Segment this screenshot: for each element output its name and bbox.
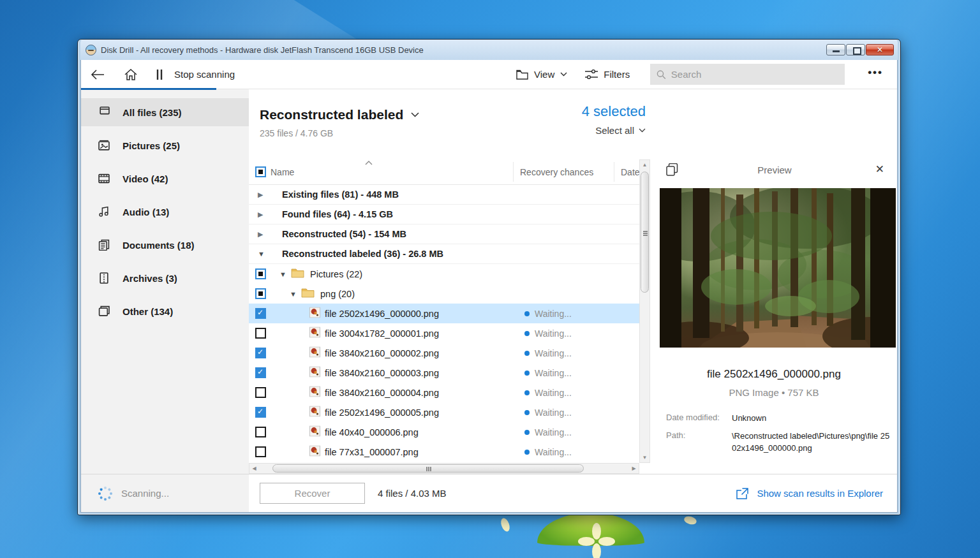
filters-button[interactable]: Filters [576, 60, 639, 89]
more-options-button[interactable]: ••• [863, 66, 897, 83]
wallpaper-flower-petal [592, 523, 601, 540]
collapse-caret-icon[interactable]: ▼ [279, 270, 286, 278]
file-name-label: file 2502x1496_000000.png [325, 309, 439, 319]
minimize-button[interactable] [826, 44, 845, 55]
folder-icon [301, 288, 315, 298]
group-row[interactable]: ▶Existing files (81) - 448 MB [249, 185, 639, 205]
scroll-up-arrow[interactable]: ▲ [640, 160, 650, 170]
collapse-caret-icon[interactable]: ▼ [258, 250, 265, 258]
column-header-name[interactable]: Name [271, 167, 294, 177]
waiting-label: Waiting... [535, 427, 572, 437]
file-icon-wrap [309, 386, 320, 399]
vertical-scrollbar-thumb[interactable] [641, 172, 649, 293]
sidebar-item-all[interactable]: All files (235) [81, 98, 249, 126]
file-row[interactable]: file 3840x2160_000003.pngWaiting... [249, 363, 639, 383]
select-all-checkbox[interactable] [255, 166, 266, 177]
file-row[interactable]: file 77x31_000007.pngWaiting... [249, 442, 639, 462]
show-scan-results-link[interactable]: Show scan results in Explorer [757, 488, 883, 499]
row-checkbox[interactable] [255, 348, 266, 358]
expand-caret-icon[interactable]: ▶ [258, 191, 263, 199]
scroll-right-arrow[interactable]: ▶ [629, 464, 639, 473]
recover-button[interactable]: Recover [260, 483, 365, 504]
folder-label: Pictures (22) [310, 269, 362, 279]
scroll-down-arrow[interactable]: ▼ [640, 453, 650, 462]
view-button[interactable]: View [507, 60, 576, 89]
waiting-label: Waiting... [535, 328, 572, 339]
file-row[interactable]: file 40x40_000006.pngWaiting... [249, 422, 639, 442]
sidebar-item-other[interactable]: Other (134) [81, 297, 249, 325]
row-checkbox[interactable] [255, 407, 266, 418]
group-row[interactable]: ▼Reconstructed labeled (36) - 26.8 MB [249, 244, 639, 264]
search-input[interactable] [671, 69, 838, 80]
search-icon [657, 70, 666, 80]
sidebar-item-archives[interactable]: Archives (3) [81, 264, 249, 292]
row-checkbox[interactable] [255, 387, 266, 398]
file-name-label: file 3840x2160_000002.png [325, 348, 439, 358]
sidebar-item-audio[interactable]: Audio (13) [81, 198, 249, 226]
folder-row[interactable]: ▼png (20) [249, 284, 639, 304]
waiting-dot-icon [524, 390, 530, 395]
home-button[interactable] [114, 60, 147, 89]
open-in-explorer-icon[interactable] [736, 488, 750, 499]
collapse-caret-icon[interactable]: ▼ [290, 290, 297, 298]
expand-caret-icon[interactable]: ▶ [258, 210, 263, 219]
close-button[interactable] [866, 44, 894, 55]
results-table: Name Recovery chances Date ▶Existing fil… [249, 159, 657, 474]
row-checkbox[interactable] [255, 288, 266, 299]
file-row[interactable]: file 2502x1496_000005.pngWaiting... [249, 402, 639, 422]
close-preview-icon[interactable]: ✕ [875, 163, 884, 176]
selected-count: 4 selected [454, 103, 646, 120]
maximize-button[interactable] [846, 44, 865, 55]
file-icon-wrap [309, 445, 320, 459]
sidebar-item-label: Video (42) [122, 173, 168, 184]
column-header-date[interactable]: Date [621, 167, 640, 177]
select-all-dropdown[interactable]: Select all [454, 125, 646, 136]
row-checkbox[interactable] [255, 427, 266, 437]
search-box[interactable] [650, 64, 845, 85]
documents-icon [98, 239, 110, 251]
column-divider[interactable] [513, 162, 514, 182]
chevron-down-icon [560, 72, 567, 77]
group-label: Existing files (81) - 448 MB [282, 189, 399, 200]
group-row[interactable]: ▶Found files (64) - 4.15 GB [249, 205, 639, 224]
back-button[interactable] [81, 60, 114, 89]
sidebar-item-label: Archives (3) [122, 273, 177, 284]
waiting-dot-icon [524, 351, 530, 356]
image-file-icon [309, 307, 320, 318]
file-row[interactable]: file 3840x2160_000002.pngWaiting... [249, 343, 639, 363]
file-name-label: file 3840x2160_000003.png [325, 368, 439, 378]
horizontal-scrollbar[interactable]: ◀ ▶ [249, 463, 639, 474]
sidebar-item-documents[interactable]: Documents (18) [81, 231, 249, 259]
row-checkbox[interactable] [255, 328, 266, 339]
sort-ascending-icon[interactable] [365, 161, 373, 165]
folder-row[interactable]: ▼Pictures (22) [249, 264, 639, 284]
column-divider[interactable] [614, 162, 614, 182]
file-name-label: file 2502x1496_000005.png [325, 407, 439, 418]
recovery-status: Waiting... [524, 348, 572, 358]
scan-session-dropdown[interactable]: Reconstructed labeled [260, 107, 419, 122]
stop-scanning-button[interactable]: Stop scanning [147, 60, 244, 89]
row-checkbox[interactable] [255, 367, 266, 378]
disk-drill-app-icon [85, 45, 96, 55]
expand-caret-icon[interactable]: ▶ [258, 230, 263, 239]
title-bar[interactable]: Disk Drill - All recovery methods - Hard… [80, 40, 898, 60]
scroll-left-arrow[interactable]: ◀ [249, 464, 259, 473]
sidebar-item-video[interactable]: Video (42) [81, 165, 249, 193]
row-checkbox[interactable] [255, 308, 266, 319]
audio-icon [98, 206, 110, 217]
sidebar-item-pictures[interactable]: Pictures (25) [81, 131, 249, 159]
row-checkbox[interactable] [255, 446, 266, 457]
file-row[interactable]: file 3004x1782_000001.pngWaiting... [249, 323, 639, 343]
file-name-label: file 40x40_000006.png [325, 427, 419, 437]
file-row[interactable]: file 3840x2160_000004.pngWaiting... [249, 383, 639, 402]
group-label: Found files (64) - 4.15 GB [282, 209, 393, 219]
back-arrow-icon [91, 70, 105, 80]
waiting-dot-icon [524, 331, 530, 336]
horizontal-scrollbar-thumb[interactable] [272, 464, 584, 473]
column-header-recovery[interactable]: Recovery chances [520, 167, 593, 177]
vertical-scrollbar[interactable]: ▲ ▼ [639, 159, 650, 463]
file-row[interactable]: file 2502x1496_000000.pngWaiting... [249, 304, 639, 323]
row-checkbox[interactable] [255, 268, 266, 279]
group-row[interactable]: ▶Reconstructed (54) - 154 MB [249, 224, 639, 244]
recovery-status: Waiting... [524, 407, 572, 418]
